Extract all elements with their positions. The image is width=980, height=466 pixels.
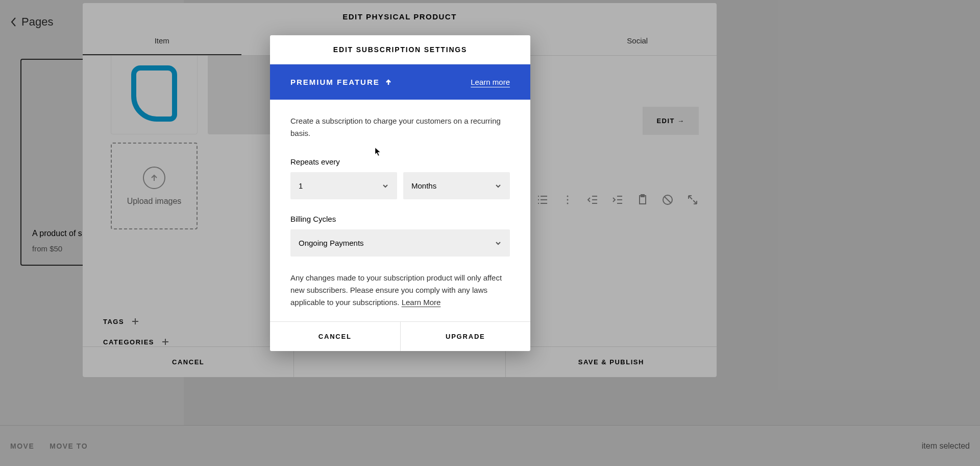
billing-cycles-select[interactable]: Ongoing Payments	[290, 229, 510, 257]
repeats-every-label: Repeats every	[290, 157, 510, 166]
subscription-settings-modal: EDIT SUBSCRIPTION SETTINGS PREMIUM FEATU…	[270, 35, 530, 351]
subscription-modal-body: Create a subscription to charge your cus…	[270, 100, 530, 321]
premium-feature-banner: PREMIUM FEATURE Learn more	[270, 64, 530, 100]
subscription-modal-footer: CANCEL UPGRADE	[270, 321, 530, 351]
subscription-modal-title: EDIT SUBSCRIPTION SETTINGS	[270, 35, 530, 64]
billing-cycles-value: Ongoing Payments	[299, 239, 364, 247]
chevron-down-icon	[495, 182, 502, 190]
mouse-cursor-icon	[375, 147, 382, 156]
learn-more-note-link[interactable]: Learn More	[402, 298, 441, 307]
repeats-count-select[interactable]: 1	[290, 172, 397, 199]
repeats-count-value: 1	[299, 181, 303, 190]
subscription-note: Any changes made to your subscription pr…	[290, 272, 510, 309]
chevron-down-icon	[382, 182, 389, 190]
premium-label-wrap: PREMIUM FEATURE	[290, 78, 392, 86]
subscription-description: Create a subscription to charge your cus…	[290, 115, 510, 139]
subscription-upgrade-button[interactable]: UPGRADE	[401, 322, 531, 351]
repeats-unit-select[interactable]: Months	[403, 172, 510, 199]
chevron-down-icon	[495, 240, 502, 247]
subscription-cancel-button[interactable]: CANCEL	[270, 322, 401, 351]
note-text: Any changes made to your subscription pr…	[290, 273, 502, 307]
premium-label: PREMIUM FEATURE	[290, 78, 380, 86]
arrow-up-icon	[385, 79, 392, 86]
repeats-unit-value: Months	[411, 181, 436, 190]
learn-more-link[interactable]: Learn more	[471, 78, 510, 86]
billing-cycles-label: Billing Cycles	[290, 215, 510, 223]
